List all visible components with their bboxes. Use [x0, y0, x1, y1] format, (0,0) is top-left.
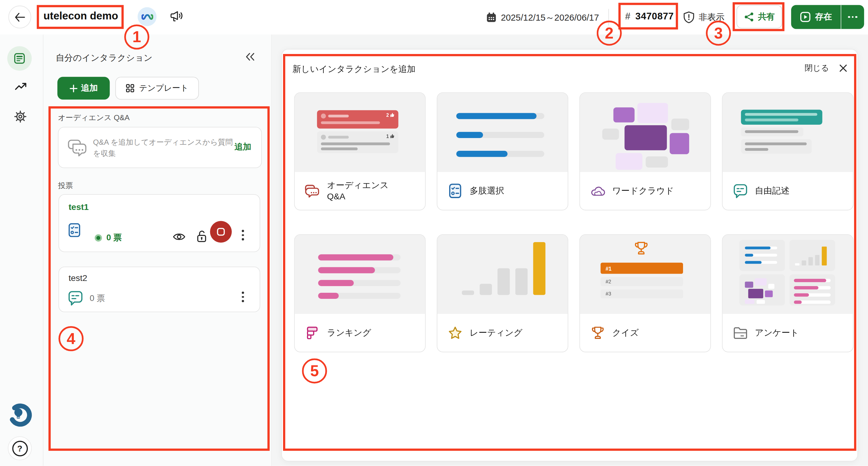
panel-title: 自分のインタラクション [56, 52, 152, 64]
session-title[interactable]: utelecon demo [43, 10, 118, 22]
survey-folder-icon [733, 325, 748, 340]
qa-empty-card[interactable]: Q&A を追加してオーディエンスから質問を収集 追加 [58, 127, 262, 168]
quiz-thumbnail: #1 #2 #3 [580, 235, 710, 314]
hash-icon: # [625, 11, 630, 23]
poll-section-label: 投票 [58, 181, 73, 191]
ellipsis-icon [848, 16, 850, 18]
qa-section-label: オーディエンス Q&A [58, 113, 130, 123]
add-interaction-modal: 新しいインタラクションを追加 閉じる 2 [281, 49, 858, 461]
trophy-icon [633, 240, 649, 257]
preview-button[interactable] [173, 232, 186, 244]
present-button-group: 存在 [791, 5, 864, 29]
rank-row-label: #2 [606, 279, 611, 284]
quiz-trophy-icon [590, 325, 605, 340]
card-word-cloud[interactable]: ワードクラウド [580, 93, 711, 210]
kebab-icon [242, 230, 244, 232]
chevrons-left-icon [245, 52, 255, 61]
interactions-icon [13, 52, 26, 64]
interactions-panel: 自分のインタラクション 追加 テンプレート オーディエンス Q&A Q&A を追… [43, 35, 272, 466]
modal-title: 新しいインタラクションを追加 [292, 63, 415, 75]
stop-square-icon [217, 228, 225, 236]
present-button[interactable]: 存在 [791, 5, 841, 29]
topbar-divider [608, 9, 609, 26]
card-ranking[interactable]: ランキング [294, 234, 426, 352]
card-open-text[interactable]: 自由記述 [722, 93, 854, 210]
card-rating[interactable]: レーティング [437, 234, 568, 352]
grid-icon [126, 84, 134, 93]
rail-item-results[interactable] [14, 81, 27, 94]
rail-item-interactions[interactable] [7, 46, 32, 71]
rank-row-label: #3 [606, 291, 611, 296]
thumbs-up-icon [390, 133, 395, 139]
more-options-button[interactable] [841, 5, 864, 29]
open-text-thumbnail [722, 93, 853, 172]
webex-integration-icon [137, 7, 156, 26]
ranking-thumbnail [294, 235, 425, 314]
card-label: クイズ [612, 327, 639, 338]
templates-button[interactable]: テンプレート [116, 77, 199, 100]
help-button[interactable]: ? [8, 436, 32, 460]
card-audience-qa[interactable]: 2 1 オーディエンス Q& [294, 93, 426, 210]
question-icon: ? [12, 440, 27, 456]
qa-thumbnail: 2 1 [294, 93, 425, 172]
poll-menu-button[interactable] [240, 228, 245, 242]
poll-title: test1 [69, 202, 89, 212]
vevox-logo [7, 402, 32, 428]
announcement-icon[interactable] [170, 10, 184, 26]
card-label: アンケート [755, 327, 799, 338]
qa-add-link[interactable]: 追加 [235, 142, 251, 153]
app-window: utelecon demo 2025/12/15～2026/06/17 # 34… [0, 0, 868, 466]
visibility-toggle[interactable]: 非表示 [683, 11, 725, 23]
survey-thumbnail [722, 235, 853, 314]
vote-count: 0 票 [90, 293, 105, 304]
multiple-choice-thumbnail [437, 93, 568, 172]
lock-button[interactable] [197, 230, 207, 245]
card-quiz[interactable]: #1 #2 #3 クイズ [580, 234, 711, 352]
close-label: 閉じる [805, 63, 829, 73]
back-button[interactable] [8, 5, 31, 28]
live-status-dot [95, 234, 102, 241]
rating-star-icon [447, 325, 463, 340]
poll-card-test1[interactable]: test1 0 票 [59, 194, 260, 252]
stop-button[interactable] [210, 221, 232, 243]
card-survey[interactable]: アンケート [722, 234, 854, 352]
card-label: ランキング [327, 327, 371, 338]
qa-bubbles-icon [67, 139, 88, 157]
rating-thumbnail [437, 235, 568, 314]
multiple-choice-icon [447, 183, 463, 198]
eye-icon [173, 232, 186, 241]
date-range[interactable]: 2025/12/15～2026/06/17 [501, 12, 599, 24]
webex-logo-icon [141, 12, 153, 21]
rail-item-settings[interactable] [14, 110, 27, 125]
poll-menu-button[interactable] [240, 290, 245, 304]
interaction-type-grid: 2 1 オーディエンス Q& [294, 93, 854, 353]
share-button[interactable]: 共有 [737, 5, 782, 29]
calendar-icon [486, 12, 497, 23]
word-cloud-thumbnail [580, 93, 710, 172]
top-bar: utelecon demo 2025/12/15～2026/06/17 # 34… [0, 0, 868, 35]
session-code-value: 3470877 [636, 11, 674, 23]
card-multiple-choice[interactable]: 多肢選択 [437, 93, 568, 210]
collapse-panel-button[interactable] [245, 52, 255, 63]
trending-up-icon [14, 81, 27, 91]
qa-prompt-text: Q&A を追加してオーディエンスから質問を収集 [93, 137, 237, 159]
session-code[interactable]: # 3470877 [625, 11, 674, 23]
card-label: 多肢選択 [469, 186, 504, 197]
add-interaction-button[interactable]: 追加 [57, 77, 110, 100]
arrow-left-icon [14, 12, 25, 21]
unlocked-padlock-icon [197, 230, 207, 243]
shield-alert-icon [683, 11, 695, 23]
word-cloud-icon [590, 183, 605, 198]
hide-label: 非表示 [699, 11, 724, 23]
close-icon [839, 64, 848, 72]
gear-icon [14, 110, 27, 123]
vote-count: 0 票 [106, 233, 122, 243]
left-rail: ? [0, 35, 43, 466]
likes-count: 2 [386, 112, 389, 118]
open-text-icon [68, 291, 83, 306]
likes-count: 1 [386, 133, 389, 139]
modal-close[interactable]: 閉じる [805, 63, 848, 73]
poll-card-test2[interactable]: test2 0 票 [59, 267, 260, 312]
plus-icon [69, 84, 77, 92]
share-nodes-icon [744, 12, 753, 21]
